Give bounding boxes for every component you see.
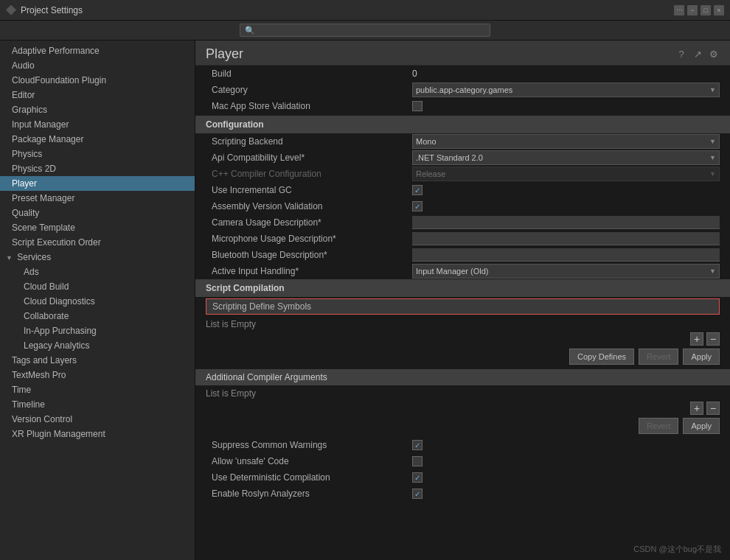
header-icons: ? ↗ ⚙	[675, 49, 720, 60]
sidebar-item-scene-template[interactable]: Scene Template	[0, 220, 195, 235]
search-input[interactable]	[240, 24, 490, 37]
cpp-compiler-label: C++ Compiler Configuration	[206, 169, 412, 179]
roslyn-checkbox[interactable]	[412, 489, 423, 499]
sidebar-item-version-control[interactable]: Version Control	[0, 412, 195, 427]
sidebar-item-quality[interactable]: Quality	[0, 206, 195, 220]
sidebar-item-physics2d[interactable]: Physics 2D	[0, 161, 195, 176]
mac-validation-label: Mac App Store Validation	[206, 101, 412, 111]
mac-validation-checkbox[interactable]	[412, 101, 423, 111]
close-button[interactable]: ×	[714, 5, 724, 15]
sidebar-item-timeline[interactable]: Timeline	[0, 397, 195, 412]
minimize-button[interactable]: −	[687, 5, 698, 15]
active-input-dropdown-value: Input Manager (Old)	[416, 267, 488, 276]
deterministic-checkbox[interactable]	[412, 472, 423, 483]
maximize-button[interactable]: □	[701, 5, 711, 15]
category-dropdown[interactable]: public.app-category.games ▼	[412, 83, 720, 97]
sidebar-item-adaptive-performance[interactable]: Adaptive Performance	[0, 43, 195, 58]
sidebar-item-graphics[interactable]: Graphics	[0, 102, 195, 117]
sidebar-item-cloudfoundation[interactable]: CloudFoundation Plugin	[0, 73, 195, 88]
allow-unsafe-row: Allow 'unsafe' Code	[206, 453, 720, 469]
open-icon[interactable]: ↗	[692, 49, 703, 60]
add-compiler-arg-button[interactable]: +	[690, 402, 703, 415]
sidebar-child-legacy-analytics[interactable]: Legacy Analytics	[0, 338, 195, 353]
revert-button-1[interactable]: Revert	[639, 349, 678, 365]
camera-usage-input[interactable]	[412, 216, 720, 229]
sidebar-item-package-manager[interactable]: Package Manager	[0, 132, 195, 147]
plus-minus-row-1: + −	[195, 331, 730, 347]
deterministic-value	[412, 472, 720, 483]
list-empty-2: List is Empty	[195, 385, 730, 400]
build-value: 0	[412, 69, 720, 79]
incremental-gc-value	[412, 185, 720, 195]
suppress-warnings-checkbox[interactable]	[412, 440, 423, 450]
watermark: CSDN @这个bug不是我	[633, 544, 721, 555]
api-compat-dropdown-arrow: ▼	[709, 154, 716, 161]
player-header: Player ? ↗ ⚙	[195, 41, 730, 66]
content-wrapper: Player ? ↗ ⚙ Build 0 Category	[195, 41, 730, 560]
active-input-label: Active Input Handling*	[206, 266, 412, 276]
remove-define-button[interactable]: −	[706, 332, 720, 346]
sidebar-item-textmesh-pro[interactable]: TextMesh Pro	[0, 368, 195, 382]
page-title: Player	[206, 46, 675, 62]
sidebar-item-audio[interactable]: Audio	[0, 58, 195, 73]
suppress-warnings-value	[412, 440, 720, 450]
sidebar-child-ads[interactable]: Ads	[0, 265, 195, 279]
sidebar-child-in-app-purchasing[interactable]: In-App Purchasing	[0, 323, 195, 338]
sidebar-item-xr-plugin-management[interactable]: XR Plugin Management	[0, 427, 195, 441]
sidebar-child-collaborate[interactable]: Collaborate	[0, 309, 195, 323]
add-define-button[interactable]: +	[690, 332, 703, 346]
allow-unsafe-checkbox[interactable]	[412, 456, 423, 466]
sidebar-child-cloud-build[interactable]: Cloud Build	[0, 279, 195, 294]
sidebar-item-input-manager[interactable]: Input Manager	[0, 117, 195, 132]
search-bar	[0, 21, 730, 41]
camera-usage-value	[412, 216, 720, 229]
microphone-usage-input[interactable]	[412, 232, 720, 245]
assembly-version-value	[412, 201, 720, 211]
sidebar: Adaptive Performance Audio CloudFoundati…	[0, 41, 195, 560]
sidebar-child-cloud-diagnostics[interactable]: Cloud Diagnostics	[0, 294, 195, 309]
bluetooth-usage-input[interactable]	[412, 248, 720, 262]
build-row: Build 0	[206, 66, 720, 82]
deterministic-label: Use Deterministic Compilation	[206, 472, 412, 483]
settings-icon[interactable]: ⚙	[708, 49, 720, 60]
category-row: Category public.app-category.games ▼	[206, 82, 720, 98]
active-input-value: Input Manager (Old) ▼	[412, 264, 720, 279]
api-compat-dropdown[interactable]: .NET Standard 2.0 ▼	[412, 150, 720, 165]
sidebar-item-preset-manager[interactable]: Preset Manager	[0, 191, 195, 206]
scripting-backend-dropdown[interactable]: Mono ▼	[412, 134, 720, 149]
sidebar-group-services[interactable]: ▼ Services	[0, 250, 195, 265]
apply-button-2[interactable]: Apply	[683, 418, 720, 434]
revert-button-2[interactable]: Revert	[639, 418, 678, 434]
sidebar-item-physics[interactable]: Physics	[0, 147, 195, 161]
roslyn-row: Enable Roslyn Analyzers	[206, 486, 720, 502]
incremental-gc-label: Use Incremental GC	[206, 185, 412, 195]
bluetooth-usage-label: Bluetooth Usage Description*	[206, 250, 412, 260]
bluetooth-usage-row: Bluetooth Usage Description*	[206, 247, 720, 263]
cpp-compiler-row: C++ Compiler Configuration Release ▼	[206, 166, 720, 182]
triangle-icon: ▼	[6, 254, 13, 262]
active-input-dropdown[interactable]: Input Manager (Old) ▼	[412, 264, 720, 279]
help-icon[interactable]: ?	[675, 49, 687, 60]
scripting-define-symbols-label: Scripting Define Symbols	[212, 301, 311, 312]
incremental-gc-checkbox[interactable]	[412, 185, 423, 195]
copy-defines-button[interactable]: Copy Defines	[569, 349, 634, 365]
assembly-version-checkbox[interactable]	[412, 201, 423, 211]
plus-minus-row-2: + −	[195, 400, 730, 416]
sidebar-item-player[interactable]: Player	[0, 176, 195, 191]
sidebar-item-script-execution-order[interactable]: Script Execution Order	[0, 235, 195, 250]
build-section: Build 0 Category public.app-category.gam…	[195, 66, 730, 114]
remove-compiler-arg-button[interactable]: −	[706, 402, 720, 415]
sidebar-item-editor[interactable]: Editor	[0, 88, 195, 102]
roslyn-label: Enable Roslyn Analyzers	[206, 489, 412, 499]
active-input-row: Active Input Handling* Input Manager (Ol…	[206, 263, 720, 279]
microphone-usage-value	[412, 232, 720, 245]
action-row-1: Copy Defines Revert Apply	[195, 347, 730, 368]
scrollable-content: Player ? ↗ ⚙ Build 0 Category	[195, 41, 730, 560]
apply-button-1[interactable]: Apply	[683, 349, 720, 365]
more-options-button[interactable]: ⋯	[674, 5, 684, 15]
sidebar-item-tags-and-layers[interactable]: Tags and Layers	[0, 353, 195, 368]
camera-usage-row: Camera Usage Description*	[206, 214, 720, 231]
cpp-compiler-dropdown-arrow: ▼	[709, 170, 716, 178]
sidebar-item-time[interactable]: Time	[0, 382, 195, 397]
cpp-compiler-dropdown-value: Release	[416, 169, 445, 178]
